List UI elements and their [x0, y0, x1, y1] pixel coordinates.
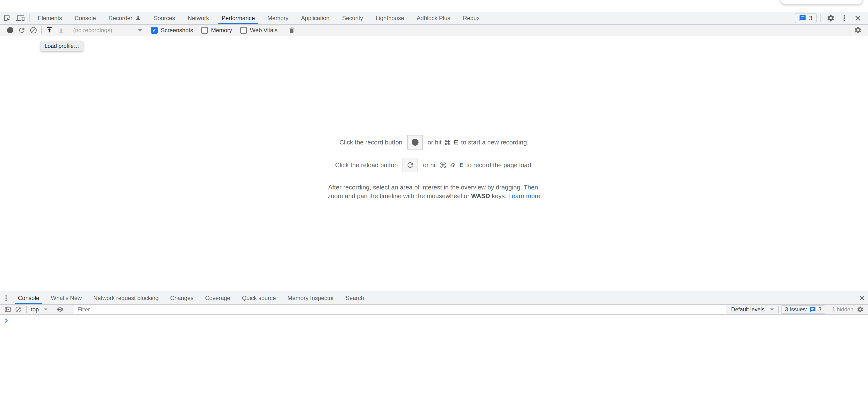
experimental-flask-icon: [135, 15, 141, 21]
separator: [828, 306, 828, 313]
device-toolbar-icon: [16, 14, 25, 22]
levels-value: Default levels: [731, 306, 765, 313]
separator: [29, 14, 30, 22]
issues-button[interactable]: 3 Issues: 3: [781, 305, 826, 314]
tab-label: Lighthouse: [376, 15, 404, 22]
issues-counter-button[interactable]: 3: [795, 13, 817, 23]
speech-bubble-icon: [810, 306, 816, 313]
close-devtools-button[interactable]: [851, 14, 865, 22]
tab-label: Memory Inspector: [287, 295, 334, 302]
tabbar-right-controls: 3: [795, 12, 868, 24]
load-profile-tooltip: Load profile…: [41, 41, 83, 51]
record-button[interactable]: [4, 25, 16, 36]
chevron-down-icon: [138, 29, 142, 31]
delete-recording-button[interactable]: [286, 25, 298, 36]
tab-console[interactable]: Console: [68, 12, 102, 24]
reload-icon: [18, 26, 26, 34]
close-icon: [858, 295, 866, 302]
tab-recorder[interactable]: Recorder: [102, 12, 148, 24]
load-profile-button[interactable]: [43, 25, 55, 36]
checkbox-checked-icon: [151, 27, 158, 34]
trash-icon: [288, 27, 295, 34]
drawer-tab-search[interactable]: Search: [340, 292, 370, 304]
tab-elements[interactable]: Elements: [31, 12, 68, 24]
help-line2-after: keys.: [492, 192, 506, 200]
checkbox-unchecked-icon: [240, 27, 247, 34]
checkbox-unchecked-icon: [201, 27, 208, 34]
console-settings-button[interactable]: [855, 305, 866, 314]
drawer-more-tools-button[interactable]: [0, 292, 12, 304]
drawer-tab-quick-source[interactable]: Quick source: [236, 292, 282, 304]
show-console-sidebar-button[interactable]: [2, 305, 13, 314]
learn-more-link[interactable]: Learn more: [508, 192, 540, 200]
tab-label: Redux: [463, 15, 479, 22]
web-vitals-checkbox[interactable]: Web Vitals: [240, 27, 278, 34]
tab-performance[interactable]: Performance: [215, 12, 261, 24]
record-icon: [7, 27, 13, 33]
console-toolbar: top Default levels 3 Issues: 3 1 hidden: [0, 305, 868, 315]
speech-bubble-icon: [799, 14, 806, 22]
shortcut-key: E: [459, 161, 463, 169]
drawer-tab-changes[interactable]: Changes: [164, 292, 199, 304]
drawer-tab-whats-new[interactable]: What's New: [45, 292, 87, 304]
tab-adblock-plus[interactable]: Adblock Plus: [410, 12, 457, 24]
create-live-expression-button[interactable]: [55, 305, 65, 314]
instruction-text: or hit: [423, 161, 437, 169]
drawer-tab-network-request-blocking[interactable]: Network request blocking: [87, 292, 164, 304]
console-prompt-row[interactable]: [0, 315, 868, 324]
console-body[interactable]: [0, 315, 868, 406]
reload-icon: [406, 161, 414, 169]
devtools-window: Elements Console Recorder Sources Networ…: [0, 0, 868, 406]
settings-button[interactable]: [824, 14, 837, 22]
tab-label: Console: [18, 295, 39, 302]
more-options-button[interactable]: [837, 14, 851, 22]
browser-page-strip: [0, 0, 868, 11]
issues-label: 3 Issues:: [785, 306, 807, 313]
tab-label: Quick source: [242, 295, 276, 302]
gear-icon: [854, 26, 862, 34]
performance-empty-state: Click the record button or hit E to star…: [0, 36, 868, 292]
kebab-menu-icon: [2, 295, 10, 302]
device-toolbar-button[interactable]: [13, 12, 27, 24]
reload-and-record-button[interactable]: [16, 25, 28, 36]
separator: [52, 306, 52, 313]
clear-button[interactable]: [28, 25, 39, 36]
console-filter-input[interactable]: [74, 305, 726, 313]
memory-checkbox[interactable]: Memory: [201, 27, 232, 34]
tab-network[interactable]: Network: [181, 12, 215, 24]
tab-memory[interactable]: Memory: [261, 12, 295, 24]
separator: [778, 306, 779, 313]
javascript-context-dropdown[interactable]: top: [29, 306, 50, 313]
save-profile-button[interactable]: [55, 25, 67, 36]
recordings-dropdown[interactable]: (no recordings): [71, 27, 144, 34]
gear-icon: [857, 306, 864, 313]
close-icon: [854, 14, 862, 22]
console-prompt-chevron-icon: [3, 318, 9, 324]
reload-instruction-line: Click the reload button or hit E to reco…: [335, 158, 533, 172]
gear-icon: [827, 14, 835, 22]
drawer-tabbar: Console What's New Network request block…: [0, 292, 868, 305]
capture-settings-button[interactable]: [852, 25, 864, 36]
clear-console-button[interactable]: [13, 305, 24, 314]
screenshots-checkbox[interactable]: Screenshots: [151, 27, 193, 34]
record-icon: [412, 139, 418, 146]
tab-redux[interactable]: Redux: [457, 12, 486, 24]
drawer-tab-memory-inspector[interactable]: Memory Inspector: [282, 292, 340, 304]
checkbox-label: Memory: [211, 27, 232, 34]
drawer-tab-coverage[interactable]: Coverage: [199, 292, 236, 304]
issues-count: 3: [818, 306, 822, 313]
record-instruction-line: Click the record button or hit E to star…: [339, 135, 528, 149]
inspect-element-button[interactable]: [0, 12, 13, 24]
tab-security[interactable]: Security: [336, 12, 369, 24]
drawer-tab-console[interactable]: Console: [12, 292, 45, 304]
separator: [68, 306, 68, 313]
tab-lighthouse[interactable]: Lighthouse: [369, 12, 410, 24]
close-drawer-button[interactable]: [856, 292, 868, 304]
devtools-tabbar: Elements Console Recorder Sources Networ…: [0, 11, 868, 25]
tab-application[interactable]: Application: [295, 12, 336, 24]
performance-toolbar: (no recordings) Screenshots Memory Web V…: [0, 25, 868, 36]
help-text: After recording, select an area of inter…: [328, 183, 540, 200]
tab-sources[interactable]: Sources: [148, 12, 181, 24]
reload-button-illustration: [403, 158, 418, 172]
log-levels-dropdown[interactable]: Default levels: [729, 306, 776, 313]
